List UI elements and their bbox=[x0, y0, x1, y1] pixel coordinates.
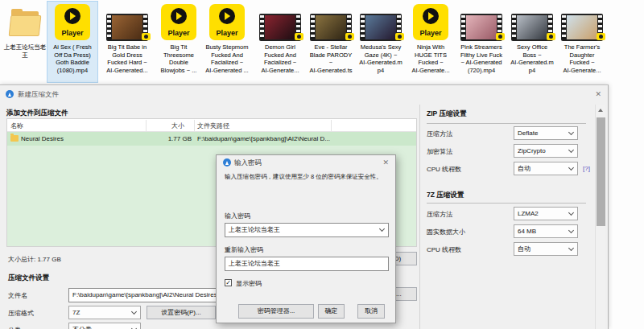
chevron-down-icon bbox=[379, 226, 385, 232]
password-combo-input[interactable]: 上老王论坛当老王 bbox=[225, 223, 389, 237]
desktop-icon-label: Eve - Stellar Blade PARODY ~ AI-Generate… bbox=[306, 43, 356, 74]
volume-select[interactable]: 不分卷 bbox=[68, 323, 141, 329]
desktop-icon-label: 上老王论坛当老 王 bbox=[0, 43, 50, 59]
desktop-icon-video-8[interactable]: Player Ninja With HUGE TITS Fucked ~ AI-… bbox=[406, 2, 456, 82]
chevron-down-icon bbox=[568, 209, 574, 215]
dialog-title: 新建压缩文件 bbox=[18, 90, 59, 100]
zip-threads-select[interactable]: 自动 bbox=[514, 162, 578, 175]
format-select[interactable]: 7Z bbox=[68, 306, 141, 319]
zip-method-label: 压缩方法 bbox=[427, 130, 452, 138]
scroll-up-icon[interactable] bbox=[596, 105, 606, 115]
play-icon bbox=[176, 12, 182, 20]
player-app-icon: Player bbox=[413, 4, 448, 40]
password-hint-text: 输入压缩包密码，建议使用至少 8 位的密码来保证安全性。 bbox=[225, 173, 392, 181]
player-badge-icon bbox=[597, 33, 605, 40]
cancel-button[interactable]: 取消 bbox=[357, 304, 385, 319]
folder-icon bbox=[10, 135, 19, 142]
desktop-icon-video-2[interactable]: Big Tit Babe in Gold Dress Fucked Hard ~… bbox=[102, 2, 152, 82]
chevron-down-icon bbox=[568, 146, 574, 152]
player-app-icon: Player bbox=[161, 4, 196, 40]
show-password-checkbox[interactable]: ✓ bbox=[225, 279, 232, 286]
video-thumbnail-icon bbox=[511, 14, 553, 41]
player-app-icon: Player bbox=[55, 4, 90, 40]
desktop-icon-video-6[interactable]: Eve - Stellar Blade PARODY ~ AI-Generate… bbox=[306, 2, 356, 82]
chevron-down-icon bbox=[568, 245, 574, 250]
desktop-icon-video-1[interactable]: Player Ai Sex ( Fresh Off Da Press) Goth… bbox=[47, 2, 97, 82]
sevenzip-method-label: 压缩方法 bbox=[427, 210, 452, 219]
player-badge-icon bbox=[142, 33, 151, 40]
video-thumbnail-icon bbox=[561, 14, 603, 41]
desktop-icon-label: Pink Streamers Filthy Live Fuck ~ AI-Gen… bbox=[456, 43, 506, 74]
show-password-label: 显示密码 bbox=[236, 279, 262, 288]
desktop-icon-label: Demon Girl Fucked And Facialized ~ AI-Ge… bbox=[255, 43, 305, 74]
close-icon[interactable]: ✕ bbox=[595, 90, 601, 98]
dialog-titlebar[interactable]: 新建压缩文件 ✕ bbox=[0, 85, 608, 105]
solid-size-label: 固实数据大小 bbox=[427, 228, 465, 236]
divider bbox=[427, 203, 586, 204]
desktop-icon-video-11[interactable]: The Farmer's Daughter Fucked ~ AI-Genera… bbox=[557, 2, 607, 82]
zip-method-select[interactable]: Deflate bbox=[514, 126, 578, 140]
chevron-down-icon bbox=[131, 325, 137, 329]
desktop-icon-label: Sexy Office Boss ~ AI-Generated.m p4 bbox=[507, 43, 557, 74]
desktop-icon-label: Ninja With HUGE TITS Fucked ~ AI-Generat… bbox=[406, 43, 456, 74]
total-size-label: 大小总计: 1.77 GB bbox=[8, 255, 61, 264]
desktop-icon-video-4[interactable]: Player Busty Stepmom Fucked And Facializ… bbox=[202, 2, 252, 82]
sevenzip-threads-select[interactable]: 自动 bbox=[514, 242, 578, 256]
play-icon bbox=[428, 12, 434, 20]
app-icon bbox=[223, 158, 231, 167]
column-header-path[interactable]: 文件夹路径 bbox=[197, 121, 229, 130]
player-badge-icon bbox=[295, 33, 303, 40]
enter-password-dialog: 输入密码 ✕ 输入压缩包密码，建议使用至少 8 位的密码来保证安全性。 输入密码… bbox=[216, 154, 396, 323]
filename-label: 文件名 bbox=[8, 291, 27, 300]
desktop-icon-label: Busty Stepmom Fucked And Facialized ~ AI… bbox=[202, 43, 252, 74]
app-icon bbox=[6, 90, 14, 98]
ok-button[interactable]: 确定 bbox=[318, 304, 345, 319]
chevron-down-icon bbox=[568, 164, 574, 170]
zip-encryption-label: 加密算法 bbox=[427, 147, 452, 156]
password-manager-button[interactable]: 密码管理器... bbox=[238, 304, 314, 319]
chevron-down-icon bbox=[568, 129, 574, 134]
play-icon bbox=[225, 12, 230, 20]
close-icon[interactable]: ✕ bbox=[382, 158, 389, 167]
desktop-icon-video-3[interactable]: Player Big Tit Threesome Double Blowjobs… bbox=[154, 2, 204, 82]
zip-settings-title: ZIP 压缩设置 bbox=[427, 109, 466, 119]
player-badge-icon bbox=[547, 33, 555, 40]
desktop-icon-video-10[interactable]: Sexy Office Boss ~ AI-Generated.m p4 bbox=[507, 2, 557, 82]
column-header-size[interactable]: 大小 bbox=[171, 121, 184, 130]
video-thumbnail-icon bbox=[460, 14, 502, 41]
desktop: 上老王论坛当老 王 Player Ai Sex ( Fresh Off Da P… bbox=[0, 0, 644, 329]
format-label: 压缩格式 bbox=[8, 309, 34, 318]
player-badge-icon bbox=[496, 33, 505, 40]
desktop-icon-label: The Farmer's Daughter Fucked ~ AI-Genera… bbox=[557, 43, 607, 74]
divider bbox=[427, 123, 586, 124]
desktop-icon-video-7[interactable]: Medusa's Sexy Gaze (4K) ~ AI-Generated.m… bbox=[356, 2, 406, 82]
zip-encryption-select[interactable]: ZipCrypto bbox=[514, 144, 578, 158]
video-thumbnail-icon bbox=[259, 14, 301, 41]
player-badge-icon bbox=[345, 33, 354, 40]
desktop-icon-video-9[interactable]: Pink Streamers Filthy Live Fuck ~ AI-Gen… bbox=[456, 2, 506, 82]
list-header[interactable]: 名称 大小 文件夹路径 bbox=[7, 119, 416, 132]
panel-divider bbox=[419, 105, 420, 329]
chevron-down-icon bbox=[568, 227, 574, 232]
dialog-titlebar[interactable]: 输入密码 ✕ bbox=[217, 155, 395, 170]
video-thumbnail-icon bbox=[310, 14, 352, 41]
reenter-password-input[interactable]: 上老王论坛当老王 bbox=[225, 257, 389, 271]
sevenzip-method-select[interactable]: LZMA2 bbox=[514, 207, 578, 220]
video-thumbnail-icon bbox=[360, 14, 402, 41]
desktop-icon-label: Medusa's Sexy Gaze (4K) ~ AI-Generated.m… bbox=[356, 43, 406, 74]
help-link[interactable]: [?] bbox=[583, 165, 590, 172]
row-name: Neural Desires bbox=[21, 135, 64, 142]
scrollbar[interactable] bbox=[595, 105, 605, 329]
add-files-section-title: 添加文件到压缩文件 bbox=[6, 109, 68, 118]
play-icon bbox=[70, 12, 76, 20]
desktop-icon-folder[interactable]: 上老王论坛当老 王 bbox=[0, 2, 50, 82]
set-password-button[interactable]: 设置密码(P)... bbox=[147, 306, 216, 319]
desktop-icon-video-5[interactable]: Demon Girl Fucked And Facialized ~ AI-Ge… bbox=[255, 2, 305, 82]
dialog-title: 输入密码 bbox=[234, 158, 262, 168]
column-header-name[interactable]: 名称 bbox=[10, 121, 23, 130]
scrollbar-thumb[interactable] bbox=[597, 117, 605, 226]
desktop-icon-label: Big Tit Babe in Gold Dress Fucked Hard ~… bbox=[102, 43, 152, 74]
row-size: 1.77 GB bbox=[146, 135, 192, 142]
solid-size-select[interactable]: 64 MB bbox=[514, 224, 578, 238]
table-row[interactable]: Neural Desires 1.77 GB F:\baidupan\game\… bbox=[7, 132, 416, 146]
